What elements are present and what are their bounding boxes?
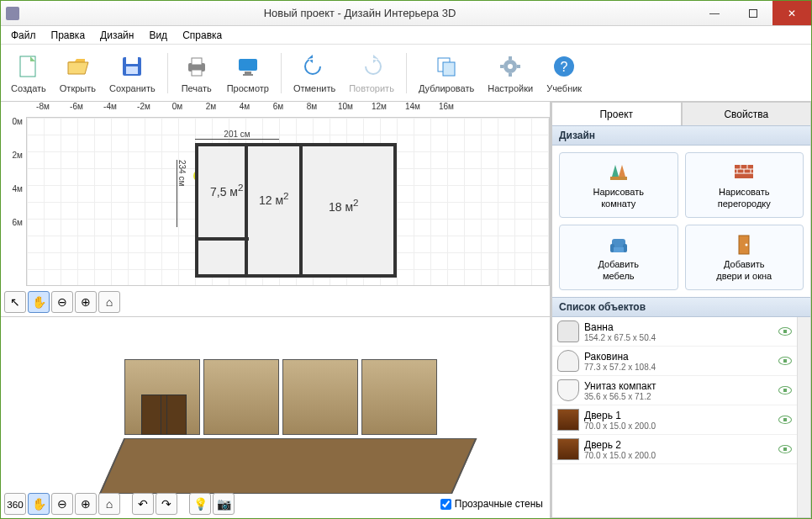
ruler-label: 6м (13, 218, 26, 252)
side-tabs: Проект Свойства (551, 102, 811, 125)
close-button[interactable]: ✕ (772, 1, 811, 25)
object-size: 154.2 x 67.5 x 50.4 (584, 333, 773, 342)
toilet-icon (557, 379, 579, 401)
monitor-icon (235, 53, 261, 80)
svg-point-37 (746, 244, 748, 246)
menu-design[interactable]: Дизайн (93, 28, 140, 43)
print-button[interactable]: Печать (173, 47, 220, 99)
ruler-label: 10м (329, 102, 362, 117)
svg-rect-6 (192, 58, 202, 65)
3d-model[interactable] (99, 334, 452, 502)
zoom-out-button[interactable]: ⊖ (51, 291, 73, 313)
dimension-horizontal: 201 см (195, 130, 279, 140)
add-door-window-button[interactable]: Добавить двери и окна (685, 225, 804, 290)
object-name: Ванна (584, 321, 773, 333)
pencil-icon (607, 160, 630, 183)
armchair-icon (607, 232, 630, 256)
menu-edit[interactable]: Правка (45, 28, 92, 43)
camera-button[interactable]: 📷 (213, 493, 235, 515)
visibility-toggle[interactable] (778, 386, 792, 395)
object-name: Дверь 1 (584, 410, 773, 421)
menu-help[interactable]: Справка (176, 28, 229, 43)
zoom-in-button[interactable]: ⊕ (75, 291, 97, 313)
svg-marker-22 (612, 165, 619, 177)
save-icon (119, 53, 145, 80)
new-file-icon (15, 53, 42, 80)
svg-rect-3 (126, 57, 138, 64)
right-pane: Проект Свойства Дизайн Нарисовать комнат… (551, 102, 811, 518)
draw-room-button[interactable]: Нарисовать комнату (559, 152, 678, 218)
rotate-left-button[interactable]: ↶ (132, 493, 154, 515)
ruler-label: 12м (362, 102, 396, 117)
visibility-toggle[interactable] (778, 416, 792, 424)
gear-icon (497, 53, 524, 80)
visibility-toggle[interactable] (778, 445, 792, 453)
light-button[interactable]: 💡 (189, 493, 211, 515)
object-size: 35.6 x 56.5 x 71.2 (584, 392, 773, 401)
redo-button[interactable]: Повторить (342, 47, 401, 99)
left-pane: -8м-6м-4м-2м0м2м4м6м8м10м12м14м16м 0м2м4… (1, 102, 551, 518)
visibility-toggle[interactable] (778, 357, 792, 365)
section-design-head: Дизайн (552, 125, 810, 146)
transparent-walls-input[interactable] (440, 499, 451, 510)
object-size: 77.3 x 57.2 x 108.4 (584, 363, 773, 372)
object-size: 70.0 x 15.0 x 200.0 (584, 451, 773, 460)
rotate-right-button[interactable]: ↷ (156, 493, 177, 515)
transparent-walls-checkbox[interactable]: Прозрачные стены (440, 498, 543, 510)
settings-button[interactable]: Настройки (481, 47, 540, 99)
save-button[interactable]: Сохранить (103, 47, 162, 99)
object-text: Раковина77.3 x 57.2 x 108.4 (584, 351, 773, 372)
tutor-button[interactable]: ?Учебник (540, 47, 588, 99)
svg-rect-7 (192, 70, 202, 76)
door-icon (732, 232, 756, 256)
2d-canvas[interactable]: 201 см 234 см 7,5 м2 12 м2 18 м2 (26, 117, 550, 286)
window-title: Новый проект - Дизайн Интерьера 3D (24, 7, 695, 19)
ruler-label: 4м (13, 184, 26, 218)
minimize-button[interactable]: — (695, 1, 734, 25)
select-tool[interactable]: ↖ (4, 291, 26, 313)
zoom-out-3d-button[interactable]: ⊖ (51, 493, 73, 515)
redo-icon (358, 53, 385, 80)
tab-properties[interactable]: Свойства (682, 102, 812, 125)
open-button[interactable]: Открыть (53, 47, 103, 99)
object-name: Дверь 2 (584, 439, 773, 451)
sink-icon (557, 350, 579, 372)
menu-view[interactable]: Вид (142, 28, 174, 43)
maximize-button[interactable] (734, 1, 772, 25)
object-list[interactable]: Ванна154.2 x 67.5 x 50.4Раковина77.3 x 5… (552, 317, 797, 517)
list-item[interactable]: Унитаз компакт35.6 x 56.5 x 71.2 (552, 376, 797, 405)
scrollbar[interactable] (797, 317, 810, 517)
folder-open-icon (64, 53, 91, 80)
list-item[interactable]: Дверь 270.0 x 15.0 x 200.0 (552, 435, 797, 464)
home-view-button[interactable]: ⌂ (98, 291, 120, 313)
visibility-toggle[interactable] (778, 327, 792, 336)
draw-wall-button[interactable]: Нарисовать перегородку (685, 152, 804, 218)
object-name: Унитаз компакт (584, 380, 773, 392)
preview-button[interactable]: Просмотр (220, 47, 276, 99)
section-objects-head: Список объектов (552, 297, 810, 317)
pan-tool[interactable]: ✋ (28, 291, 50, 313)
menu-file[interactable]: Файл (4, 28, 43, 43)
object-text: Ванна154.2 x 67.5 x 50.4 (584, 321, 773, 342)
tab-project[interactable]: Проект (551, 102, 682, 125)
undo-button[interactable]: Отменить (287, 47, 342, 99)
svg-rect-4 (126, 66, 138, 74)
list-item[interactable]: Дверь 170.0 x 15.0 x 200.0 (552, 405, 797, 435)
menubar: Файл Правка Дизайн Вид Справка (1, 26, 811, 45)
duplicate-button[interactable]: Дублировать (412, 47, 481, 99)
list-item[interactable]: Раковина77.3 x 57.2 x 108.4 (552, 347, 797, 376)
2d-view[interactable]: -8м-6м-4м-2м0м2м4м6м8м10м12м14м16м 0м2м4… (1, 102, 550, 316)
home-3d-button[interactable]: ⌂ (98, 493, 120, 515)
ruler-label: -4м (93, 102, 127, 117)
zoom-in-3d-button[interactable]: ⊕ (75, 493, 97, 515)
3d-view[interactable]: 360 ✋ ⊖ ⊕ ⌂ ↶ ↷ 💡 📷 Прозрачные стены (1, 316, 550, 518)
add-furniture-button[interactable]: Добавить мебель (559, 225, 678, 290)
pan-3d-tool[interactable]: ✋ (28, 493, 50, 515)
svg-point-14 (508, 64, 513, 69)
create-button[interactable]: Создать (4, 47, 53, 99)
orbit-360-button[interactable]: 360 (4, 493, 26, 515)
printer-icon (183, 53, 210, 80)
list-item[interactable]: Ванна154.2 x 67.5 x 50.4 (552, 317, 797, 347)
floorplan[interactable]: 7,5 м2 12 м2 18 м2 (195, 143, 397, 278)
svg-text:?: ? (561, 60, 568, 74)
